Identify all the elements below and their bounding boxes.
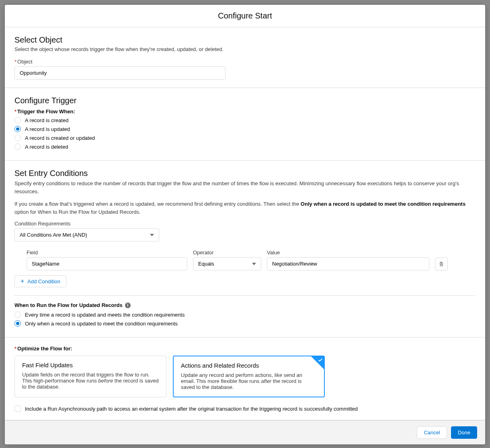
condition-field-input[interactable]	[27, 257, 187, 270]
done-button[interactable]: Done	[451, 426, 477, 439]
run-async-checkbox-row[interactable]: Include a Run Asynchronously path to acc…	[14, 405, 476, 412]
check-icon	[318, 357, 323, 363]
condition-requirements-select[interactable]: All Conditions Are Met (AND)	[14, 228, 159, 241]
card-body: Update any record and perform actions, l…	[181, 372, 317, 390]
select-object-section: Select Object Select the object whose re…	[5, 27, 485, 88]
entry-conditions-help1: Specify entry conditions to reduce the n…	[14, 180, 476, 195]
optimize-card-actions-related-records[interactable]: Actions and Related Records Update any r…	[173, 356, 325, 397]
selected-corner	[311, 356, 324, 369]
entry-conditions-heading: Set Entry Conditions	[14, 169, 476, 178]
entry-conditions-help2: If you create a flow that's triggered wh…	[14, 200, 476, 216]
condition-requirements-label: Condition Requirements	[14, 221, 476, 227]
object-input[interactable]	[14, 66, 226, 80]
when-run-radio-only-when[interactable]	[14, 320, 21, 327]
condition-value-col: Value	[267, 250, 429, 270]
trigger-option-created-or-updated[interactable]: A record is created or updated	[14, 135, 476, 141]
optimize-cards: Fast Field Updates Update fields on the …	[14, 356, 476, 397]
modal-footer: Cancel Done	[5, 420, 485, 444]
cancel-button[interactable]: Cancel	[417, 426, 447, 439]
trigger-option-deleted[interactable]: A record is deleted	[14, 143, 476, 150]
trash-icon	[439, 261, 444, 267]
chevron-down-icon	[252, 263, 256, 265]
trigger-label: *Trigger the Flow When:	[14, 108, 476, 115]
chevron-down-icon	[150, 234, 154, 236]
when-run-radio-every-time[interactable]	[14, 311, 21, 318]
trigger-radio-updated[interactable]	[14, 126, 21, 132]
modal-title: Configure Start	[11, 11, 479, 20]
object-label: *Object	[14, 59, 476, 65]
condition-operator-col: Operator Equals	[193, 250, 261, 270]
trigger-option-updated[interactable]: A record is updated	[14, 126, 476, 132]
condition-value-input[interactable]	[267, 257, 429, 270]
optimize-section: *Optimize the Flow for: Fast Field Updat…	[5, 338, 485, 420]
condition-row: Field Operator Equals Value	[27, 250, 476, 270]
trigger-radio-created[interactable]	[14, 117, 21, 123]
trigger-radio-deleted[interactable]	[14, 143, 21, 150]
configure-trigger-section: Configure Trigger *Trigger the Flow When…	[5, 88, 485, 161]
trigger-option-created[interactable]: A record is created	[14, 117, 476, 123]
select-object-help: Select the object whose records trigger …	[14, 46, 476, 52]
configure-trigger-heading: Configure Trigger	[14, 96, 476, 105]
info-icon[interactable]: i	[125, 303, 131, 308]
entry-conditions-section: Set Entry Conditions Specify entry condi…	[5, 161, 485, 338]
optimize-label: *Optimize the Flow for:	[14, 346, 476, 352]
divider	[14, 295, 476, 296]
delete-condition-button[interactable]	[435, 258, 448, 270]
select-object-heading: Select Object	[14, 35, 476, 45]
trigger-radio-group: A record is created A record is updated …	[14, 117, 476, 150]
when-run-title: When to Run the Flow for Updated Records…	[14, 302, 476, 308]
optimize-card-fast-field-updates[interactable]: Fast Field Updates Update fields on the …	[14, 356, 166, 397]
when-run-option-every-time[interactable]: Every time a record is updated and meets…	[14, 311, 476, 318]
card-body: Update fields on the record that trigger…	[22, 372, 159, 390]
configure-start-modal: Configure Start Select Object Select the…	[5, 5, 485, 444]
condition-field-col: Field	[27, 250, 187, 270]
add-condition-button[interactable]: + Add Condition	[14, 275, 66, 287]
run-async-checkbox[interactable]	[14, 405, 21, 412]
plus-icon: +	[21, 278, 24, 284]
trigger-radio-created-or-updated[interactable]	[14, 135, 21, 141]
modal-header: Configure Start	[5, 5, 485, 27]
condition-operator-select[interactable]: Equals	[193, 257, 261, 270]
when-run-option-only-when[interactable]: Only when a record is updated to meet th…	[14, 320, 476, 327]
when-run-radio-group: Every time a record is updated and meets…	[14, 311, 476, 327]
